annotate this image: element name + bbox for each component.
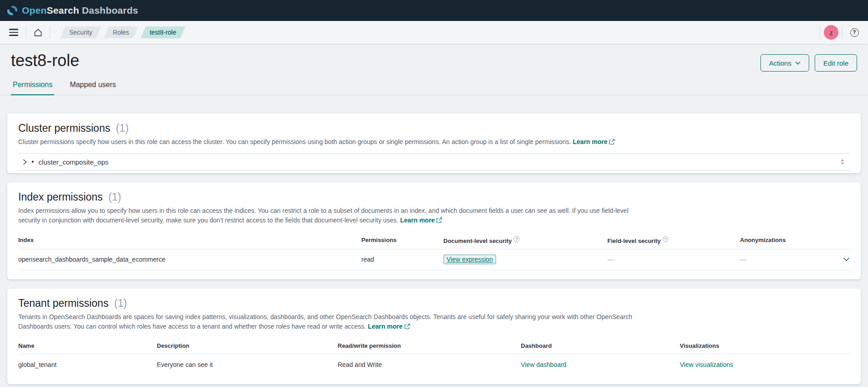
cluster-permissions-title: Cluster permissions (1) [18,122,850,134]
app-title: OpenSearchDashboards [22,5,138,16]
col-visualizations: Visualizations [680,342,850,349]
tenant-permission-row: global_tenant Everyone can see it Read a… [18,354,850,375]
divider [820,26,820,39]
sort-handle-icon[interactable] [840,158,845,165]
chevron-down-icon [795,61,801,65]
external-link-icon [609,139,615,144]
col-permissions: Permissions [361,237,443,243]
help-button[interactable]: ? [846,24,863,41]
external-link-icon [437,217,442,223]
col-index: Index [18,237,361,243]
cluster-permissions-description-text: Cluster permissions specify how users in… [18,138,571,145]
tenant-name-cell: global_tenant [18,361,157,368]
document-level-security-cell: View expression [443,254,607,264]
index-name-cell: opensearch_dashboards_sample_data_ecomme… [18,256,361,263]
learn-more-label: Learn more [368,323,402,330]
external-link-icon [405,324,410,329]
breadcrumb-roles[interactable]: Roles [104,26,139,38]
view-expression-link[interactable]: View expression [447,256,493,263]
index-table-header: Index Permissions Document-level securit… [18,236,850,249]
help-tooltip-icon[interactable]: ? [514,236,519,242]
col-document-level-security: Document-level security? [443,236,607,244]
index-permissions-title-text: Index permissions [18,191,103,203]
tenant-permissions-count: (1) [114,297,127,309]
cluster-permission-name: cluster_composite_ops [39,158,108,166]
tab-bar: Permissions Mapped users [0,81,868,95]
learn-more-label: Learn more [400,217,435,224]
divider [50,26,50,39]
hamburger-icon [9,29,18,36]
help-tooltip-icon[interactable]: ? [663,236,668,242]
menu-button[interactable] [5,24,22,41]
index-permissions-panel: Index permissions (1) Index permissions … [7,182,861,279]
tenant-learn-more-link[interactable]: Learn more [368,323,402,330]
anonymizations-cell: — [740,256,839,263]
tenant-permissions-title-text: Tenant permissions [18,297,108,309]
header-buttons: Actions Edit role [760,54,857,72]
col-anonymizations: Anonymizations [740,237,839,243]
opensearch-logo-icon [6,5,18,16]
col-document-level-security-label: Document-level security [443,237,512,244]
tab-mapped-users[interactable]: Mapped users [68,81,118,95]
breadcrumb: Security Roles test8-role [60,26,188,38]
brand-open: Open [22,5,46,15]
home-button[interactable] [30,24,46,41]
actions-button[interactable]: Actions [760,54,809,72]
actions-button-label: Actions [769,59,791,67]
chevron-down-icon [843,257,850,262]
page-header: test8-role Actions Edit role [0,44,868,72]
col-description: Description [157,342,338,349]
edit-role-button-label: Edit role [823,59,848,67]
learn-more-label: Learn more [573,138,607,145]
read-write-permission-cell: Read and Write [338,361,521,368]
view-expression-focus-ring: View expression [443,254,496,264]
permissions-cell: read [361,256,443,263]
cluster-permissions-title-text: Cluster permissions [18,122,110,134]
index-permission-row: opensearch_dashboards_sample_data_ecomme… [18,249,850,270]
cluster-permissions-description: Cluster permissions specify how users in… [18,137,850,147]
tenant-permissions-title: Tenant permissions (1) [18,297,850,310]
chevron-right-icon [23,159,27,165]
cluster-permission-item-row[interactable]: • cluster_composite_ops [18,153,850,170]
tenant-table-header: Name Description Read/write permission D… [18,342,850,354]
tenant-description-cell: Everyone can see it [157,361,338,368]
index-permissions-description-text: Index permissions allow you to specify h… [18,207,628,224]
breadcrumb-current-role: test8-role [140,26,185,38]
help-icon: ? [850,28,859,37]
index-learn-more-link[interactable]: Learn more [400,217,435,224]
col-read-write-permission: Read/write permission [338,342,521,349]
brand-dashboards: Dashboards [82,5,138,15]
index-permissions-description: Index permissions allow you to specify h… [18,206,638,225]
col-dashboard: Dashboard [521,342,680,349]
brand-search: Search [46,5,79,15]
dashboard-cell: View dashboard [521,361,680,368]
top-app-bar: OpenSearchDashboards [0,0,868,21]
expand-row-button[interactable] [843,257,850,262]
tenant-permissions-panel: Tenant permissions (1) Tenants in OpenSe… [7,289,861,384]
cluster-permissions-count: (1) [116,122,128,134]
tab-permissions[interactable]: Permissions [11,81,54,95]
tenant-permissions-description: Tenants in OpenSearch Dashboards are spa… [18,312,638,331]
breadcrumb-security[interactable]: Security [60,26,102,38]
index-permissions-count: (1) [108,191,121,203]
visualizations-cell: View visualizations [680,361,850,368]
home-icon [34,28,42,37]
view-dashboard-link[interactable]: View dashboard [521,361,566,368]
page-title: test8-role [11,52,79,70]
cluster-permissions-panel: Cluster permissions (1) Cluster permissi… [7,114,861,173]
user-avatar[interactable]: z [824,25,838,40]
view-visualizations-link[interactable]: View visualizations [680,361,733,368]
divider [26,26,26,39]
edit-role-button[interactable]: Edit role [815,54,857,72]
nav-right-group: z ? [816,24,863,41]
tenant-permissions-description-text: Tenants in OpenSearch Dashboards are spa… [18,313,632,330]
index-permissions-title: Index permissions (1) [18,191,850,203]
col-field-level-security-label: Field-level security [607,237,661,244]
nav-bar: Security Roles test8-role z ? [0,21,868,44]
col-name: Name [18,342,157,349]
tenant-permissions-table: Name Description Read/write permission D… [18,342,850,375]
col-field-level-security: Field-level security? [607,236,740,244]
page-content: Cluster permissions (1) Cluster permissi… [0,95,868,384]
cluster-learn-more-link[interactable]: Learn more [573,138,607,145]
bullet-icon: • [31,158,34,165]
